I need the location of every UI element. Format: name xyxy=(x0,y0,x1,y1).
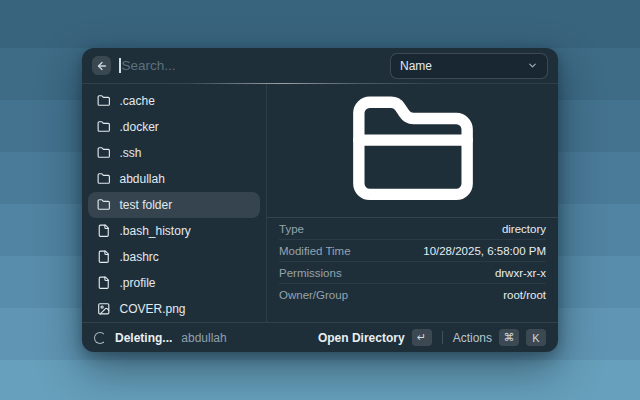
metadata-row-owner-group: Owner/Group root/root xyxy=(279,284,546,306)
metadata-row-type: Type directory xyxy=(279,218,546,240)
search-placeholder: Search... xyxy=(122,58,176,73)
status-text: Deleting... xyxy=(115,331,172,345)
list-item-label: .ssh xyxy=(120,146,142,160)
list-item-label: abdullah xyxy=(120,172,165,186)
metadata-label: Owner/Group xyxy=(279,289,348,301)
list-item-bashrc[interactable]: .bashrc xyxy=(88,244,260,270)
file-list: .cache .docker .ssh abdullah test folder xyxy=(82,84,266,322)
statusbar-divider xyxy=(442,331,443,344)
metadata-label: Type xyxy=(279,223,304,235)
list-item-bash-history[interactable]: .bash_history xyxy=(88,218,260,244)
list-item-label: .docker xyxy=(120,120,159,134)
preview-area xyxy=(267,84,558,217)
list-item-profile[interactable]: .profile xyxy=(88,270,260,296)
list-item-label: .profile xyxy=(120,276,156,290)
list-item-test-folder-selected[interactable]: test folder xyxy=(88,192,260,218)
folder-icon xyxy=(97,120,111,134)
desktop-background: { "topbar": { "search_placeholder": "Sea… xyxy=(0,0,640,400)
search-input[interactable]: Search... xyxy=(119,58,390,73)
list-item-label: .bash_history xyxy=(120,224,191,238)
sort-dropdown[interactable]: Name xyxy=(390,53,548,79)
metadata-value: root/root xyxy=(503,289,546,301)
list-item-cache[interactable]: .cache xyxy=(88,88,260,114)
top-bar: Search... Name xyxy=(82,48,558,83)
open-directory-button[interactable]: Open Directory xyxy=(318,331,405,345)
folder-icon xyxy=(97,172,111,186)
back-button[interactable] xyxy=(92,56,111,75)
folder-icon xyxy=(97,94,111,108)
actions-button[interactable]: Actions xyxy=(453,331,492,345)
image-icon xyxy=(97,302,111,316)
folder-icon xyxy=(97,146,111,160)
status-bar: Deleting... abdullah Open Directory ↵ Ac… xyxy=(82,322,558,352)
folder-icon xyxy=(348,86,478,216)
list-item-label: COVER.png xyxy=(120,302,186,316)
list-item-label: test folder xyxy=(120,198,173,212)
loading-spinner-icon xyxy=(94,332,106,344)
list-item-label: .bashrc xyxy=(120,250,159,264)
list-item-abdullah[interactable]: abdullah xyxy=(88,166,260,192)
metadata-value: directory xyxy=(502,223,546,235)
detail-panel: Type directory Modified Time 10/28/2025,… xyxy=(267,84,558,322)
list-item-docker[interactable]: .docker xyxy=(88,114,260,140)
text-caret xyxy=(119,58,121,73)
status-target: abdullah xyxy=(181,331,226,345)
list-item-ssh[interactable]: .ssh xyxy=(88,140,260,166)
k-key-badge[interactable]: K xyxy=(526,329,546,346)
metadata-row-modified-time: Modified Time 10/28/2025, 6:58:00 PM xyxy=(279,240,546,262)
sort-dropdown-value: Name xyxy=(400,59,432,73)
file-icon xyxy=(97,250,111,264)
metadata-label: Permissions xyxy=(279,267,342,279)
file-browser-window: Search... Name .cache .docker .ssh xyxy=(82,48,558,352)
command-key-badge[interactable]: ⌘ xyxy=(499,329,519,346)
metadata-value: drwxr-xr-x xyxy=(495,267,546,279)
return-key-badge[interactable]: ↵ xyxy=(412,329,432,346)
arrow-left-icon xyxy=(96,60,108,72)
file-icon xyxy=(97,224,111,238)
list-item-label: .cache xyxy=(120,94,155,108)
metadata-row-permissions: Permissions drwxr-xr-x xyxy=(279,262,546,284)
metadata-section: Type directory Modified Time 10/28/2025,… xyxy=(267,217,558,322)
list-item-cover-png[interactable]: COVER.png xyxy=(88,296,260,322)
main-area: .cache .docker .ssh abdullah test folder xyxy=(82,84,558,322)
chevron-down-icon xyxy=(527,60,538,71)
metadata-label: Modified Time xyxy=(279,245,351,257)
folder-icon xyxy=(97,198,111,212)
file-icon xyxy=(97,276,111,290)
metadata-value: 10/28/2025, 6:58:00 PM xyxy=(423,245,546,257)
